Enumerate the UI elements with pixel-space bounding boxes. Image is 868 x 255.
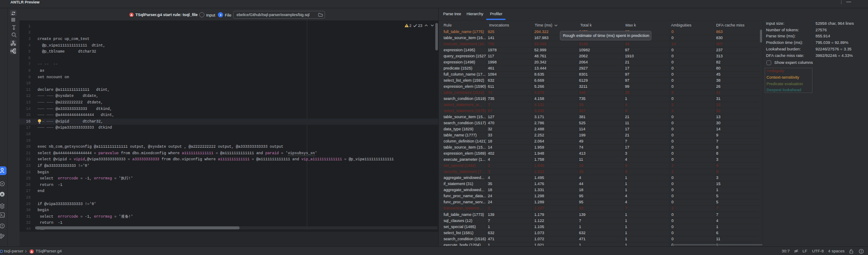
- svg-text:A: A: [130, 13, 132, 17]
- svg-text:A: A: [30, 250, 33, 253]
- svg-text:A: A: [1, 192, 3, 196]
